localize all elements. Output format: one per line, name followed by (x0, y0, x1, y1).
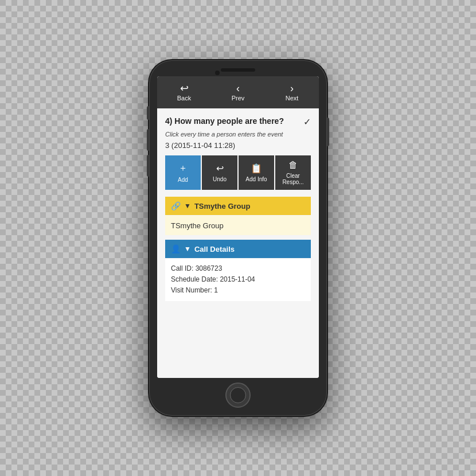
add-info-icon: 📋 (251, 163, 262, 174)
add-button[interactable]: ＋ Add (165, 155, 201, 190)
volume-up-button[interactable] (147, 129, 149, 151)
question-text: 4) How many people are there? (165, 116, 300, 126)
volume-down-button[interactable] (147, 155, 149, 177)
nav-bar: ↩ Back ‹ Prev › Next (157, 76, 319, 108)
content-area: 4) How many people are there? ✓ Click ev… (157, 108, 319, 378)
clear-respo-button[interactable]: 🗑 Clear Respo... (275, 155, 311, 190)
link-icon: 🔗 (171, 201, 181, 210)
add-info-label: Add Info (245, 176, 267, 182)
back-nav-item[interactable]: ↩ Back (157, 76, 211, 108)
call-details-title: Call Details (194, 245, 235, 253)
phone-shell: ↩ Back ‹ Prev › Next 4) How many people … (149, 60, 327, 416)
add-info-button[interactable]: 📋 Add Info (239, 155, 274, 190)
back-label: Back (177, 95, 191, 102)
undo-icon: ↩ (216, 163, 224, 174)
next-nav-item[interactable]: › Next (265, 76, 319, 108)
call-details-chevron-icon: ▼ (184, 245, 191, 253)
call-details-header[interactable]: 👤 ▼ Call Details (165, 240, 311, 258)
prev-icon: ‹ (236, 83, 240, 93)
group-content-text: TSmythe Group (171, 221, 224, 230)
next-label: Next (286, 95, 299, 102)
home-button-inner (230, 387, 246, 403)
call-id-line: Call ID: 3086723 (171, 263, 305, 274)
call-details-icon: 👤 (171, 244, 181, 253)
undo-button[interactable]: ↩ Undo (202, 155, 237, 190)
add-label: Add (178, 177, 188, 183)
group-content: TSmythe Group (165, 216, 311, 235)
schedule-date-line: Schedule Date: 2015-11-04 (171, 274, 305, 285)
question-row: 4) How many people are there? ✓ (165, 116, 311, 127)
home-button[interactable] (225, 383, 251, 408)
check-icon: ✓ (303, 116, 311, 127)
phone-screen: ↩ Back ‹ Prev › Next 4) How many people … (157, 76, 319, 378)
prev-label: Prev (232, 95, 245, 102)
add-icon: ＋ (178, 162, 188, 174)
front-camera (215, 71, 220, 75)
group-header[interactable]: 🔗 ▼ TSmythe Group (165, 197, 311, 215)
action-buttons-row: ＋ Add ↩ Undo 📋 Add Info 🗑 Clear Respo... (165, 155, 311, 190)
prev-nav-item[interactable]: ‹ Prev (211, 76, 265, 108)
back-icon: ↩ (180, 83, 189, 93)
clear-respo-icon: 🗑 (288, 160, 298, 170)
next-icon: › (290, 83, 294, 93)
group-title: TSmythe Group (194, 202, 251, 210)
mute-button[interactable] (147, 106, 149, 120)
clear-respo-label: Clear Respo... (278, 173, 309, 185)
undo-label: Undo (213, 176, 227, 182)
instruction-text: Click every time a person enters the eve… (165, 131, 311, 138)
group-chevron-icon: ▼ (184, 202, 191, 210)
count-text: 3 (2015-11-04 11:28) (165, 141, 311, 150)
visit-number-line: Visit Number: 1 (171, 285, 305, 296)
power-button[interactable] (327, 118, 329, 146)
call-details-content: Call ID: 3086723 Schedule Date: 2015-11-… (165, 259, 311, 301)
speaker (221, 68, 255, 72)
